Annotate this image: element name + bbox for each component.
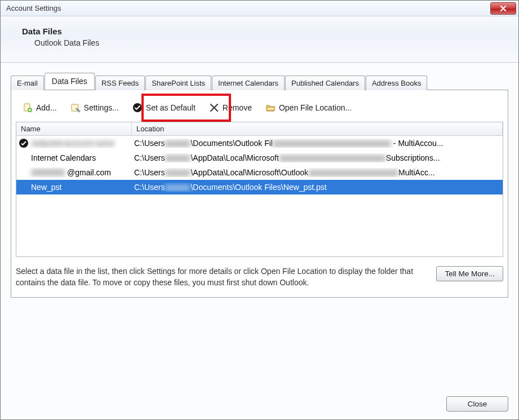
check-circle-icon (132, 103, 143, 113)
settings-label: Settings... (84, 103, 119, 112)
open-file-location-label: Open File Location... (279, 103, 352, 112)
close-button[interactable]: Close (446, 396, 508, 412)
add-button[interactable]: Add... (18, 100, 61, 115)
settings-icon (70, 103, 81, 113)
cell-name: Internet Calendars (19, 153, 134, 163)
redacted-text (31, 169, 65, 176)
tab-panel-data-files: Add... Settings... Set as Default Remove (11, 90, 508, 298)
redacted-text (165, 170, 190, 176)
cell-location: C:\Users\AppData\Local\MicrosoftSubscrip… (134, 153, 503, 162)
page-title: Data Files (22, 26, 513, 36)
tab-internet-calendars[interactable]: Internet Calendars (212, 76, 285, 90)
table-header: Name Location (16, 122, 503, 136)
redacted-text (273, 140, 391, 147)
toolbar: Add... Settings... Set as Default Remove (16, 100, 503, 122)
table-row[interactable]: redacted-account-name C:\Users\Documents… (16, 136, 503, 151)
table-body: redacted-account-name C:\Users\Documents… (16, 136, 503, 194)
column-header-name[interactable]: Name (16, 122, 132, 135)
set-default-button[interactable]: Set as Default (128, 100, 200, 115)
table-row[interactable]: Internet Calendars C:\Users\AppData\Loca… (16, 151, 503, 165)
tab-address-books[interactable]: Address Books (366, 76, 427, 90)
tab-data-files[interactable]: Data Files (45, 73, 95, 90)
table-row[interactable]: @gmail.com C:\Users\AppData\Local\Micros… (16, 165, 503, 180)
redacted-text: redacted-account-name (31, 139, 114, 148)
tab-published-calendars[interactable]: Published Calendars (285, 76, 365, 90)
set-default-label: Set as Default (146, 103, 196, 112)
tell-me-more-button[interactable]: Tell Me More... (436, 266, 503, 281)
add-label: Add... (36, 103, 57, 112)
cell-location: C:\Users\AppData\Local\Microsoft\Outlook… (134, 168, 503, 177)
redacted-text (165, 184, 190, 191)
cell-name: redacted-account-name (19, 138, 134, 148)
window-close-button[interactable] (490, 2, 516, 15)
cell-name: @gmail.com (19, 167, 134, 178)
settings-button[interactable]: Settings... (66, 100, 123, 115)
help-text: Select a data file in the list, then cli… (16, 266, 425, 288)
tab-sharepoint-lists[interactable]: SharePoint Lists (145, 76, 211, 90)
remove-label: Remove (223, 103, 252, 112)
cell-location: C:\Users\Documents\Outlook Files\New_pst… (134, 183, 503, 192)
folder-open-icon (265, 103, 276, 113)
column-header-location[interactable]: Location (132, 122, 503, 135)
footer: Close (446, 396, 508, 412)
redacted-text (165, 155, 190, 162)
tab-strip: E-mail Data Files RSS Feeds SharePoint L… (1, 63, 518, 90)
cell-location: C:\Users\Documents\Outlook Fil - MultiAc… (134, 139, 503, 148)
redacted-text (279, 155, 386, 162)
close-icon (500, 5, 507, 12)
cell-name: New_pst (19, 182, 134, 192)
account-settings-window: Account Settings Data Files Outlook Data… (0, 0, 519, 420)
remove-button[interactable]: Remove (205, 100, 256, 115)
tab-email[interactable]: E-mail (11, 76, 44, 90)
window-title: Account Settings (6, 4, 61, 12)
redacted-text (308, 170, 398, 176)
titlebar: Account Settings (1, 1, 518, 16)
header-area: Data Files Outlook Data Files (1, 16, 518, 61)
page-subtitle: Outlook Data Files (34, 38, 513, 47)
add-file-icon (23, 103, 33, 113)
redacted-text (165, 140, 190, 147)
default-check-icon (19, 138, 29, 148)
data-files-table: Name Location redacted-account-name C:\U… (16, 122, 503, 257)
remove-icon (209, 103, 219, 113)
help-row: Select a data file in the list, then cli… (16, 257, 503, 291)
open-file-location-button[interactable]: Open File Location... (261, 100, 356, 115)
tab-rss-feeds[interactable]: RSS Feeds (95, 76, 145, 90)
table-row-selected[interactable]: New_pst C:\Users\Documents\Outlook Files… (16, 180, 503, 194)
